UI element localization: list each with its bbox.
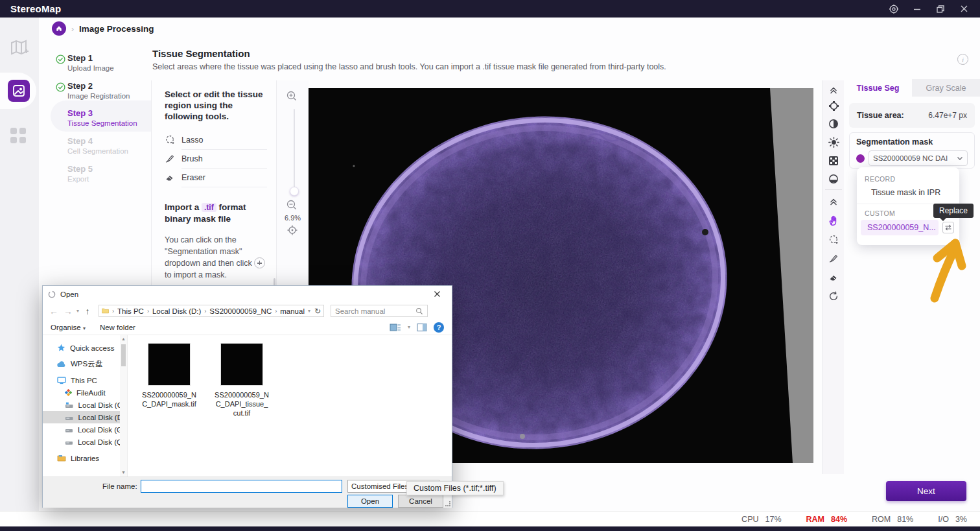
file-item-dapi-mask[interactable]: SS200000059_NC_DAPI_mask.tif [143, 343, 195, 409]
sidebar-item-local-disk-q[interactable]: Local Disk (Q:) [43, 436, 127, 448]
home-icon[interactable] [52, 21, 66, 36]
search-box[interactable] [331, 305, 428, 317]
sidebar-item-map[interactable] [9, 38, 29, 56]
stereomap-window: StereoMap › Image Proc [0, 0, 980, 531]
page-description: Select areas where the tissue was placed… [152, 62, 666, 71]
tif-chip: .tif [202, 203, 216, 212]
dialog-sidebar: Quick access WPS云盘 This PC FileAudit Loc… [43, 335, 128, 477]
sidebar-item-local-disk-g[interactable]: Local Disk (G:) [43, 423, 127, 436]
sidebar-item-quick-access[interactable]: Quick access [43, 342, 127, 354]
sidebar-item-image-processing[interactable] [8, 80, 30, 102]
dialog-footer: File name: Customised Files (*.tif;*.tif… [43, 477, 452, 508]
address-chevron-icon[interactable]: ▾ [308, 308, 310, 314]
drive-icon [65, 439, 73, 445]
back-icon[interactable]: ← [48, 306, 60, 316]
brightness-icon[interactable] [828, 136, 839, 148]
libraries-icon [57, 454, 66, 462]
open-button[interactable]: Open [347, 495, 393, 508]
sidebar-item-local-disk-d[interactable]: Local Disk (D:) [43, 411, 127, 423]
view-options-chevron-icon[interactable]: ▾ [408, 324, 410, 330]
dialog-title-bar[interactable]: Open [43, 286, 452, 302]
close-button[interactable] [957, 2, 971, 16]
eraser-edit-icon[interactable] [828, 272, 839, 283]
pan-hand-icon[interactable] [828, 215, 839, 226]
mask-dropdown[interactable]: SS200000059 NC DAI [869, 150, 968, 166]
mask-color-dot[interactable] [856, 154, 865, 163]
search-input[interactable] [335, 307, 415, 315]
view-thumbnails-icon[interactable] [390, 323, 401, 332]
file-thumbnail [148, 343, 191, 386]
step-1-upload-image[interactable]: Step 1 Upload Image [67, 53, 114, 72]
zoom-in-icon[interactable] [286, 90, 298, 102]
saturation-icon[interactable] [828, 173, 839, 185]
organise-menu[interactable]: Organise ▾ [51, 324, 86, 331]
dither-pattern-icon[interactable] [828, 155, 839, 167]
tab-tissue-seg[interactable]: Tissue Seg [844, 79, 912, 97]
crumb-manual[interactable]: manual [280, 307, 305, 315]
crumb-this-pc[interactable]: This PC [117, 307, 144, 315]
brush-tool[interactable]: Brush [165, 150, 267, 168]
sidebar-item-fileaudit[interactable]: FileAudit [43, 386, 127, 399]
scroll-down-icon[interactable]: ▼ [120, 469, 127, 477]
address-bar[interactable]: › This PC › Local Disk (D:) › SS20000005… [99, 305, 324, 317]
tab-gray-scale[interactable]: Gray Scale [912, 79, 980, 97]
sidebar-scrollbar[interactable]: ▲ ▼ [120, 335, 127, 477]
dialog-close-button[interactable] [427, 287, 447, 301]
brush-icon [165, 154, 175, 164]
help-icon[interactable]: ? [434, 322, 444, 333]
eraser-tool[interactable]: Eraser [165, 169, 267, 187]
zoom-level: 6.9% [277, 214, 309, 222]
locate-icon[interactable] [286, 224, 298, 236]
scroll-up-icon[interactable]: ▲ [120, 335, 127, 343]
open-file-dialog: Open ← → ▾ ↑ › This PC › Local Disk (D:)… [42, 285, 452, 508]
brush-edit-icon[interactable] [828, 253, 839, 265]
annotation-arrow [913, 232, 972, 303]
sidebar-item-wps-cloud[interactable]: WPS云盘 [43, 358, 127, 370]
crumb-ss200000059-nc[interactable]: SS200000059_NC [209, 307, 272, 315]
preview-pane-icon[interactable] [417, 323, 427, 332]
crumb-local-disk-d[interactable]: Local Disk (D:) [152, 307, 201, 315]
restore-button[interactable] [933, 2, 948, 16]
settings-gear-icon[interactable] [887, 2, 901, 16]
zoom-out-icon[interactable] [286, 199, 298, 211]
lasso-tool[interactable]: Lasso [165, 132, 267, 149]
new-folder-button[interactable]: New folder [100, 324, 135, 331]
reset-view-icon[interactable] [828, 290, 839, 302]
lasso-select-icon[interactable] [828, 234, 839, 246]
file-type-tooltip: Custom Files (*.tif;*.tiff) [406, 481, 504, 495]
collapse-tools-icon[interactable] [828, 196, 839, 207]
status-bar: CPU17% RAM84% ROM81% I/O3% [0, 511, 980, 526]
sidebar-item-local-disk-c[interactable]: Local Disk (C:) [43, 399, 127, 411]
forward-icon[interactable]: → [62, 306, 74, 316]
resize-grip[interactable] [445, 501, 450, 506]
step-3-tissue-segmentation[interactable]: Step 3 Tissue Segmentation [67, 108, 137, 127]
next-button[interactable]: Next [886, 481, 966, 501]
contrast-icon[interactable] [828, 118, 839, 130]
sidebar-item-this-pc[interactable]: This PC [43, 374, 127, 386]
rom-stat: ROM81% [872, 515, 913, 524]
cancel-button[interactable]: Cancel [398, 495, 443, 508]
scroll-thumb[interactable] [121, 344, 126, 366]
fileaudit-icon [65, 389, 72, 396]
minimize-button[interactable] [910, 2, 924, 16]
dialog-command-bar: Organise ▾ New folder ▾ ? [43, 320, 452, 335]
segmentation-mask-label: Segmentation mask [856, 137, 968, 147]
zoom-slider-thumb[interactable] [290, 187, 299, 196]
collapse-panel-icon[interactable] [828, 84, 839, 96]
file-item-dapi-tissue-cut[interactable]: SS200000059_NC_DAPI_tissue_cut.tif [216, 343, 268, 418]
system-drive-icon [65, 402, 74, 408]
up-icon[interactable]: ↑ [82, 306, 93, 316]
lasso-icon [165, 135, 175, 145]
history-chevron-icon[interactable]: ▾ [76, 308, 79, 314]
zoom-slider-track[interactable] [294, 109, 295, 195]
menu-item-tissue-mask-ipr[interactable]: Tissue mask in IPR [857, 184, 959, 202]
refresh-icon[interactable]: ↻ [314, 307, 321, 316]
sidebar-item-apps[interactable] [10, 128, 26, 143]
file-name-input[interactable] [141, 480, 342, 493]
ram-stat: RAM84% [806, 515, 848, 524]
step-2-image-registration[interactable]: Step 2 Image Registration [67, 81, 130, 100]
sidebar-item-libraries[interactable]: Libraries [43, 452, 127, 464]
info-icon[interactable]: i [957, 54, 968, 65]
color-balance-icon[interactable] [828, 100, 839, 112]
import-heading: Import a .tif format binary mask file [165, 202, 272, 225]
